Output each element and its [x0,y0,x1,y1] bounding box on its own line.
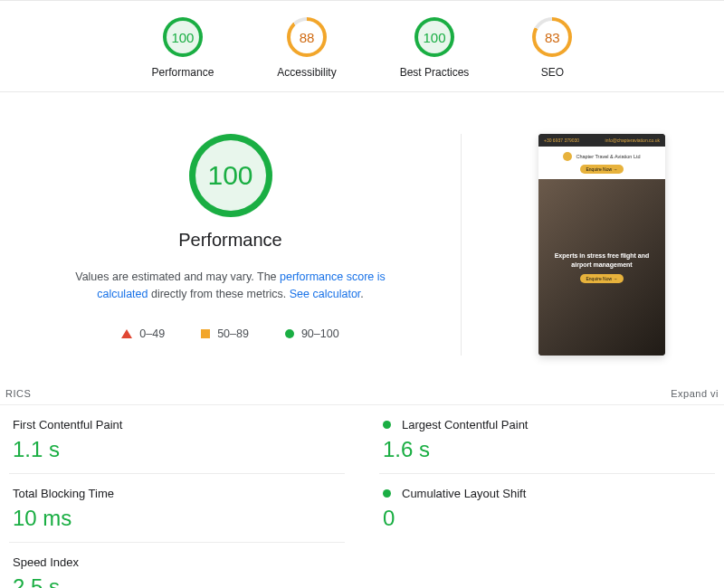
category-scores-row: 100 Performance 88 Accessibility 100 Bes… [0,0,724,92]
metric-value: 2.5 s [13,574,341,588]
performance-detail-section: 100 Performance Values are estimated and… [0,92,724,383]
legend-range: 50–89 [217,327,249,340]
metric-lcp[interactable]: Largest Contentful Paint 1.6 s [379,405,715,473]
legend-good: 90–100 [285,327,339,340]
preview-hero: Experts in stress free flight and airpor… [538,179,665,356]
metric-value: 1.1 s [13,437,341,462]
gauge-performance-large: 100 [189,134,272,217]
see-calculator-link[interactable]: See calculator [290,288,361,300]
score-best-practices[interactable]: 100 Best Practices [400,17,470,79]
preview-hero-text: Experts in stress free flight and airpor… [546,251,658,268]
score-label: Accessibility [277,66,336,79]
metrics-grid: First Contentful Paint 1.1 s Largest Con… [0,405,724,588]
metric-label: Largest Contentful Paint [402,418,528,432]
metric-label: Speed Index [13,555,79,569]
legend-mid: 50–89 [201,327,249,340]
metric-label: First Contentful Paint [13,418,122,432]
legend-range: 90–100 [301,327,339,340]
metric-cls[interactable]: Cumulative Layout Shift 0 [379,473,715,542]
score-value: 100 [424,30,446,45]
preview-topbar: +30 6937 379030 info@chapteraviation.co.… [538,134,665,147]
preview-brand-bar: Chapter Travel & Aviation Ltd Enquire No… [538,147,665,179]
score-label: SEO [541,66,564,79]
square-icon [201,329,210,338]
preview-cta-button: Enquire Now → [580,165,623,174]
score-seo[interactable]: 83 SEO [532,17,572,79]
gauge-seo: 83 [532,17,572,57]
preview-phone: +30 6937 379030 [544,138,579,143]
triangle-icon [121,329,132,338]
preview-cta-button: Enquire Now → [580,274,623,283]
performance-description: Values are estimated and may vary. The p… [59,269,403,304]
score-value: 83 [545,30,560,45]
preview-email: info@chapteraviation.co.uk [605,138,660,143]
status-dot-icon [383,489,391,498]
gauge-performance: 100 [163,17,203,57]
score-label: Performance [152,66,214,79]
brand-logo-icon [563,152,572,161]
expand-view-button[interactable]: Expand vi [671,388,719,399]
score-accessibility[interactable]: 88 Accessibility [277,17,336,79]
metric-speed-index[interactable]: Speed Index 2.5 s [9,542,345,588]
metrics-heading: RICS [5,388,31,399]
circle-icon [285,329,294,338]
gauge-value: 100 [207,160,252,191]
score-label: Best Practices [400,66,470,79]
legend-bad: 0–49 [121,327,165,340]
preview-brand-name: Chapter Travel & Aviation Ltd [576,154,640,159]
score-performance[interactable]: 100 Performance [152,17,214,79]
metrics-header-bar: RICS Expand vi [0,383,724,405]
gauge-best-practices: 100 [414,17,454,57]
metric-value: 1.6 s [383,437,711,462]
desc-text: . [360,288,363,300]
score-value: 88 [300,30,315,45]
page-preview-panel: +30 6937 379030 info@chapteraviation.co.… [480,134,724,356]
page-screenshot-preview[interactable]: +30 6937 379030 info@chapteraviation.co.… [538,134,665,356]
performance-title: Performance [178,230,282,251]
score-value: 100 [171,30,194,45]
metric-label: Total Blocking Time [13,487,114,500]
legend-range: 0–49 [139,327,165,340]
metric-value: 10 ms [13,506,341,531]
metric-label: Cumulative Layout Shift [402,487,526,500]
gauge-accessibility: 88 [287,17,327,57]
desc-text: Values are estimated and may vary. The [75,270,280,283]
performance-summary: 100 Performance Values are estimated and… [0,134,462,356]
metric-tbt[interactable]: Total Blocking Time 10 ms [9,473,345,542]
score-legend: 0–49 50–89 90–100 [121,327,338,340]
desc-text: directly from these metrics. [148,288,289,300]
metric-value: 0 [383,506,711,531]
status-dot-icon [383,421,391,429]
metric-fcp[interactable]: First Contentful Paint 1.1 s [9,405,345,473]
